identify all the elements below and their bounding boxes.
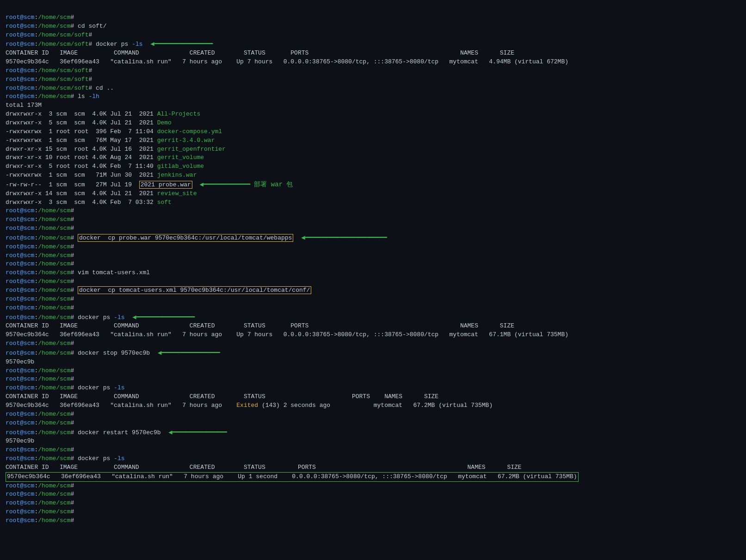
cmd-output: 9570ec9b — [6, 358, 34, 365]
prompt-line: root@scm:/home/scm# — [6, 278, 78, 285]
prompt-line: root@scm:/home/scm# — [6, 225, 78, 232]
prompt-line: root@scm:/home/scm# docker ps -ls — [6, 384, 124, 391]
prompt-line: root@scm:/home/scm/soft# docker ps -ls ◀… — [6, 41, 213, 48]
prompt-line: root@scm:/home/scm# — [6, 243, 78, 250]
ls-row: drwxrwxr-x 3 scm scm 4.0K Feb 7 03:32 so… — [6, 199, 172, 206]
docker-header-2: CONTAINER ID IMAGE COMMAND CREATED STATU… — [6, 322, 514, 329]
prompt-line: root@scm:/home/scm/soft# — [6, 31, 96, 38]
prompt-line: root@scm:/home/scm# — [6, 340, 78, 347]
prompt-line: root@scm:/home/scm# docker ps -ls ◀━━━━━… — [6, 314, 195, 321]
prompt-line: root@scm:/home/scm# ls -lh — [6, 93, 99, 100]
prompt-line: root@scm:/home/scm# — [6, 491, 78, 498]
docker-header-4: CONTAINER ID IMAGE COMMAND CREATED STATU… — [6, 464, 522, 471]
cmd-output-2: 9570ec9b — [6, 437, 34, 444]
terminal-window: root@scm:/home/scm# root@scm:/home/scm# … — [6, 5, 740, 525]
ls-row: drwxr-xr-x 15 scm root 4.0K Jul 16 2021 … — [6, 146, 226, 153]
docker-row-4-green: 9570ec9b364c 36ef696ea43 "catalina.sh ru… — [6, 473, 579, 480]
prompt-line: root@scm:/home/scm# — [6, 367, 78, 374]
ls-output-total: total 173M — [6, 102, 42, 109]
prompt-line: root@scm:/home/scm# — [6, 508, 78, 515]
prompt-line: root@scm:/home/scm# — [6, 207, 78, 214]
prompt-line: root@scm:/home/scm# — [6, 252, 78, 259]
docker-row-1: 9570ec9b364c 36ef696ea43 "catalina.sh ru… — [6, 58, 568, 65]
prompt-line: root@scm:/home/scm/soft# cd .. — [6, 85, 114, 92]
prompt-line: root@scm:/home/scm# — [6, 304, 78, 311]
prompt-line: root@scm:/home/scm# — [6, 446, 78, 453]
ls-row: -rwxrwxrwx 1 scm scm 76M May 17 2021 ger… — [6, 137, 215, 144]
ls-row: drwxr-xr-x 5 root root 4.0K Feb 7 11:40 … — [6, 163, 204, 170]
prompt-line: root@scm:/home/scm# cd soft/ — [6, 23, 106, 30]
docker-header-1: CONTAINER ID IMAGE COMMAND CREATED STATU… — [6, 49, 514, 56]
prompt-line: root@scm:/home/scm# — [6, 419, 78, 426]
prompt-line: root@scm:/home/scm# docker ps -ls — [6, 455, 124, 462]
prompt-line: root@scm:/home/scm# — [6, 375, 78, 382]
prompt-line: root@scm:/home/scm# — [6, 411, 78, 418]
prompt-line: root@scm:/home/scm# — [6, 260, 78, 267]
ls-row: drwxrwxr-x 14 scm scm 4.0K Jul 21 2021 r… — [6, 190, 197, 197]
prompt-line: root@scm:/home/scm# — [6, 482, 78, 489]
ls-row: drwxrwxr-x 5 scm scm 4.0K Jul 21 2021 De… — [6, 119, 172, 126]
ls-row: -rwxrwxrwx 1 scm scm 71M Jun 30 2021 jen… — [6, 172, 197, 178]
prompt-line: root@scm:/home/scm# docker restart 9570e… — [6, 429, 227, 436]
prompt-line: root@scm:/home/scm# — [6, 216, 78, 223]
prompt-line: root@scm:/home/scm# — [6, 499, 78, 506]
prompt-line: root@scm:/home/scm/soft# — [6, 76, 96, 83]
prompt-line: root@scm:/home/scm# docker cp tomcat-use… — [6, 286, 311, 294]
prompt-line: root@scm:/home/scm# — [6, 295, 78, 302]
prompt-line: root@scm:/home/scm# docker stop 9570ec9b… — [6, 350, 220, 357]
docker-header-3: CONTAINER ID IMAGE COMMAND CREATED STATU… — [6, 393, 438, 400]
ls-row-probe: -rw-rw-r-- 1 scm scm 27M Jul 19 2021 pro… — [6, 181, 293, 188]
ls-row: drwxr-xr-x 10 root root 4.0K Aug 24 2021… — [6, 154, 204, 161]
ls-row: -rwxrwxrwx 1 root root 396 Feb 7 11:04 d… — [6, 128, 222, 135]
docker-row-2: 9570ec9b364c 36ef696ea43 "catalina.sh ru… — [6, 331, 568, 338]
prompt-line: root@scm:/home/scm# — [6, 14, 78, 21]
ls-row: drwxrwxr-x 3 scm scm 4.0K Jul 21 2021 Al… — [6, 111, 200, 117]
docker-row-3: 9570ec9b364c 36ef696ea43 "catalina.sh ru… — [6, 402, 493, 409]
prompt-line: root@scm:/home/scm# docker cp probe.war … — [6, 234, 387, 241]
prompt-line: root@scm:/home/scm/soft# — [6, 67, 96, 74]
prompt-line: root@scm:/home/scm# vim tomcat-users.xml — [6, 269, 150, 276]
prompt-line: root@scm:/home/scm# — [6, 517, 78, 524]
